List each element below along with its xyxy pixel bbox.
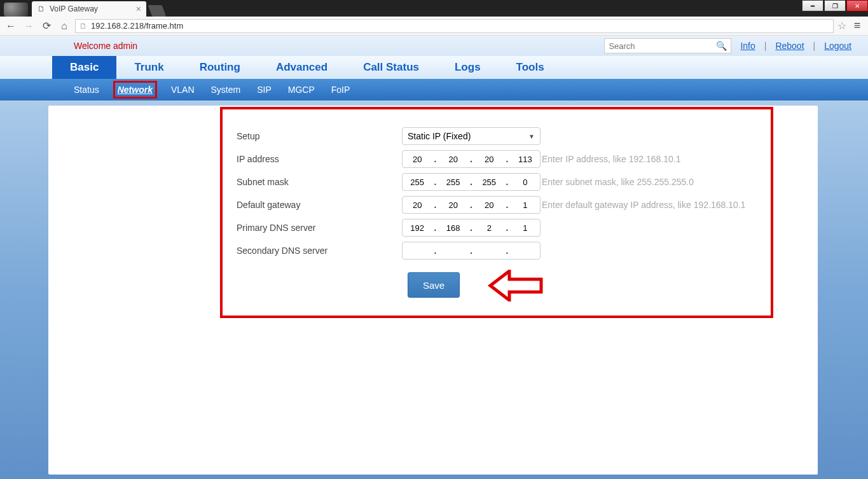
maximize-button[interactable]: ❐ xyxy=(824,0,846,11)
back-button[interactable]: ← xyxy=(4,19,18,33)
new-tab-button[interactable] xyxy=(148,5,167,17)
tab-title: VoIP Gateway xyxy=(50,4,136,13)
page-favicon-icon: 🗋 xyxy=(37,4,46,13)
bookmark-star-icon[interactable]: ☆ xyxy=(837,20,846,32)
browser-toolbar: ← → ⟳ ⌂ 🗋 192.168.2.218/frame.htm ☆ ≡ xyxy=(0,17,868,36)
tab-strip: 🗋 VoIP Gateway × xyxy=(0,0,868,17)
tab-close-icon[interactable]: × xyxy=(136,4,141,14)
reload-button[interactable]: ⟳ xyxy=(39,19,53,33)
app-icon xyxy=(4,3,28,17)
page-icon: 🗋 xyxy=(79,22,87,31)
window-close-button[interactable]: ✕ xyxy=(846,0,868,11)
forward-button[interactable]: → xyxy=(22,19,36,33)
url-bar[interactable]: 🗋 192.168.2.218/frame.htm xyxy=(75,19,834,33)
url-text: 192.168.2.218/frame.htm xyxy=(91,21,183,31)
browser-menu-button[interactable]: ≡ xyxy=(850,19,864,32)
browser-tab[interactable]: 🗋 VoIP Gateway × xyxy=(32,1,146,17)
home-button[interactable]: ⌂ xyxy=(57,19,71,33)
minimize-button[interactable]: ━ xyxy=(802,0,823,11)
